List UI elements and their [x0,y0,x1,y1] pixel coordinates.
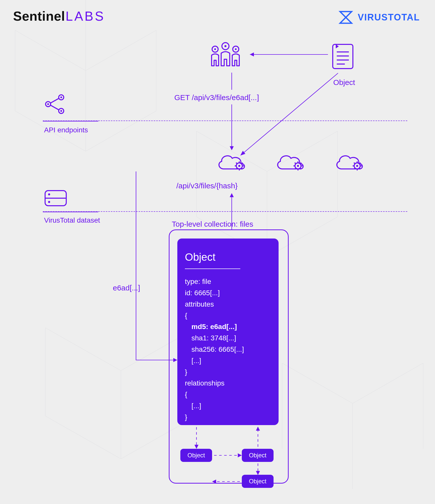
api-endpoints-label: API endpoints [44,126,88,134]
svg-point-51 [238,165,240,167]
svg-line-0 [15,30,86,71]
vt-dataset-label: VirusTotal dataset [44,216,100,224]
svg-marker-84 [230,146,234,150]
object-id-line: id: 6665[...] [185,287,271,299]
network-icon [44,93,67,115]
svg-line-22 [282,363,353,403]
object-card-title: Object [185,249,271,265]
svg-line-66 [295,163,296,164]
svg-point-31 [60,97,62,98]
svg-line-58 [236,168,237,169]
svg-line-68 [295,168,296,169]
svg-line-2 [86,30,156,71]
svg-line-67 [300,168,301,169]
svg-line-15 [45,328,121,371]
object-chip: Object [242,449,274,462]
object-attr-more: [...] [185,355,271,367]
svg-point-38 [48,201,50,203]
svg-line-57 [242,168,243,169]
svg-line-33 [50,98,59,103]
document-icon [331,43,354,70]
object-label: Object [333,78,355,87]
svg-point-61 [297,165,299,167]
e6ad-pointer-label: e6ad[...] [113,284,140,292]
object-relationships-label: relationships [185,378,271,389]
virustotal-logo: VIRUSTOTAL [339,10,420,25]
virustotal-logo-text: VIRUSTOTAL [358,12,420,23]
object-attr-md5: md5: e6ad[...] [185,321,271,333]
svg-line-69 [300,163,301,164]
api-endpoints-rule [43,121,407,121]
svg-line-59 [242,163,243,164]
get-request-label: GET /api/v3/files/e6ad[...] [174,93,259,102]
cloud-gear-icon [273,151,309,174]
svg-line-34 [50,105,59,110]
svg-line-85 [242,73,338,154]
svg-line-20 [45,416,121,459]
svg-line-56 [236,163,237,164]
svg-point-37 [48,193,50,195]
svg-point-71 [356,165,358,167]
svg-point-30 [47,103,49,105]
object-attributes-label: attributes [185,299,271,310]
virustotal-sigma-icon [339,10,353,25]
object-chip: Object [242,475,274,488]
object-rel-more: [...] [185,400,271,412]
top-level-collection-label: Top-level collection: files [172,220,253,228]
sentinel-logo-text: Sentinel [13,9,65,23]
svg-line-78 [354,168,355,169]
endpoint-template-label: /api/v3/files/{hash} [176,182,238,190]
vt-dataset-rule [43,211,407,212]
svg-marker-88 [230,193,234,197]
svg-line-7 [86,111,156,151]
svg-point-42 [214,48,216,50]
labs-logo-text: LABS [65,9,105,23]
object-attr-sha1: sha1: 3748[...] [185,333,271,344]
people-icon [209,42,242,69]
object-card: Object type: file id: 6665[...] attribut… [177,239,279,425]
cloud-gear-icon [215,151,250,174]
object-chip: Object [180,449,212,462]
sentinel-labs-logo: SentinelLABS [13,9,105,24]
svg-marker-81 [250,52,254,56]
svg-point-32 [60,110,62,112]
object-type-line: type: file [185,276,271,287]
svg-point-44 [235,48,237,50]
svg-point-40 [224,45,226,47]
svg-line-23 [353,363,423,403]
object-attr-sha256: sha256: 6665[...] [185,344,271,355]
database-icon [44,189,67,207]
cloud-gear-icon [332,151,368,174]
svg-line-77 [359,168,360,169]
svg-line-76 [354,163,355,164]
svg-line-79 [359,163,360,164]
